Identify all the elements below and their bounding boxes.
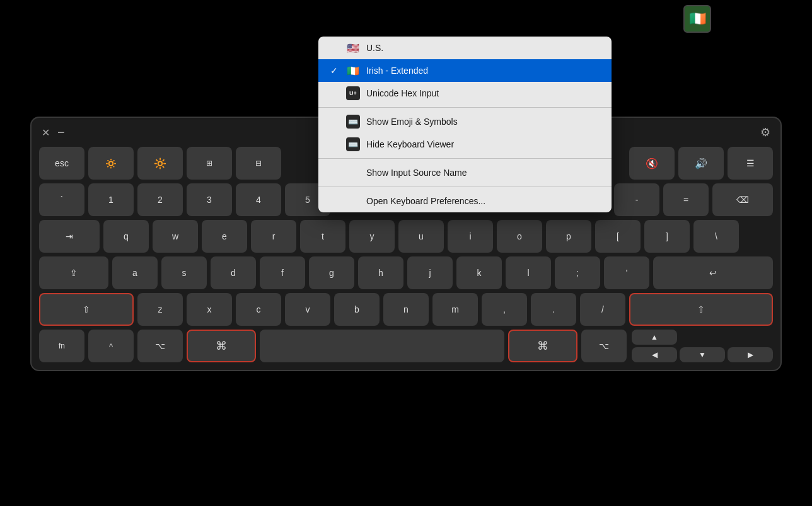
key-arrow-up[interactable]: ▲ xyxy=(632,330,677,345)
key-quote[interactable]: ' xyxy=(604,256,649,289)
key-capslock[interactable]: ⇪ xyxy=(39,256,108,289)
key-m[interactable]: m xyxy=(432,293,478,326)
key-control[interactable]: ^ xyxy=(88,330,134,362)
key-backtick[interactable]: ` xyxy=(39,183,84,216)
input-method-menu-icon[interactable]: 🇮🇪 xyxy=(683,5,711,33)
irish-flag-menu-icon: 🇮🇪 xyxy=(346,64,360,78)
emoji-checkmark xyxy=(328,117,340,127)
key-t[interactable]: t xyxy=(300,220,345,253)
key-b[interactable]: b xyxy=(334,293,380,326)
menu-item-keyboard-prefs[interactable]: Open Keyboard Preferences... xyxy=(318,190,612,212)
key-f[interactable]: f xyxy=(260,256,305,289)
irish-flag-icon: 🇮🇪 xyxy=(689,12,706,26)
keyboard-row-shift: ⇧ z x c v b n m , . / ⇧ xyxy=(39,293,773,326)
key-e[interactable]: e xyxy=(202,220,247,253)
unicode-icon: U+ xyxy=(346,86,360,100)
key-command-right[interactable]: ⌘ xyxy=(508,330,577,362)
key-command-left[interactable]: ⌘ xyxy=(187,330,256,362)
key-brightness-up[interactable]: 🔆 xyxy=(137,147,183,180)
key-option-left[interactable]: ⌥ xyxy=(137,330,183,362)
key-volume-up[interactable]: 🔊 xyxy=(678,147,724,180)
key-r[interactable]: r xyxy=(251,220,296,253)
key-l[interactable]: l xyxy=(506,256,551,289)
keyboard-gear-button[interactable]: ⚙ xyxy=(760,125,770,139)
key-esc[interactable]: esc xyxy=(39,147,84,180)
key-tab[interactable]: ⇥ xyxy=(39,220,100,253)
unicode-checkmark xyxy=(328,88,340,98)
key-arrow-right[interactable]: ▶ xyxy=(728,347,773,362)
keyboard-prefs-label: Open Keyboard Preferences... xyxy=(366,196,601,206)
key-n[interactable]: n xyxy=(383,293,429,326)
key-q[interactable]: q xyxy=(103,220,149,253)
key-close-bracket[interactable]: ] xyxy=(644,220,690,253)
key-w[interactable]: w xyxy=(153,220,198,253)
key-mission-control[interactable]: ⊞ xyxy=(187,147,232,180)
key-shift-right[interactable]: ⇧ xyxy=(629,293,773,326)
key-i[interactable]: i xyxy=(448,220,493,253)
key-semicolon[interactable]: ; xyxy=(555,256,600,289)
arrow-lr-row: ◀ ▼ ▶ xyxy=(632,347,773,362)
keyboard-close-button[interactable]: ✕ xyxy=(42,127,50,139)
key-minus[interactable]: - xyxy=(614,183,659,216)
divider-3 xyxy=(318,187,612,187)
divider-2 xyxy=(318,158,612,159)
key-equals[interactable]: = xyxy=(663,183,709,216)
irish-extended-label: Irish - Extended xyxy=(366,66,601,76)
key-1[interactable]: 1 xyxy=(88,183,134,216)
key-c[interactable]: c xyxy=(236,293,281,326)
key-arrow-left[interactable]: ◀ xyxy=(632,347,677,362)
key-h[interactable]: h xyxy=(358,256,403,289)
key-u[interactable]: u xyxy=(398,220,444,253)
us-flag-icon: 🇺🇸 xyxy=(346,41,360,55)
key-menu[interactable]: ☰ xyxy=(728,147,773,180)
key-mute[interactable]: 🔇 xyxy=(629,147,675,180)
key-s[interactable]: s xyxy=(161,256,207,289)
key-space[interactable] xyxy=(260,330,504,362)
keyboard-row-home: ⇪ a s d f g h j k l ; ' ↩ xyxy=(39,256,773,289)
menu-item-show-input-source[interactable]: Show Input Source Name xyxy=(318,161,612,184)
key-o[interactable]: o xyxy=(497,220,542,253)
key-open-bracket[interactable]: [ xyxy=(595,220,641,253)
key-p[interactable]: p xyxy=(546,220,591,253)
menu-item-unicode-hex[interactable]: U+ Unicode Hex Input xyxy=(318,82,612,105)
show-emoji-label: Show Emoji & Symbols xyxy=(366,117,601,127)
key-return[interactable]: ↩ xyxy=(653,256,773,289)
key-arrow-down[interactable]: ▼ xyxy=(680,347,725,362)
key-g[interactable]: g xyxy=(309,256,354,289)
key-a[interactable]: a xyxy=(112,256,158,289)
key-option-right[interactable]: ⌥ xyxy=(581,330,627,362)
key-y[interactable]: y xyxy=(349,220,395,253)
menu-item-hide-keyboard[interactable]: ⌨️ Hide Keyboard Viewer xyxy=(318,133,612,156)
key-slash[interactable]: / xyxy=(580,293,625,326)
keyboard-minimize-button[interactable]: − xyxy=(57,127,65,137)
menu-item-us[interactable]: 🇺🇸 U.S. xyxy=(318,37,612,59)
input-source-checkmark xyxy=(328,168,340,178)
key-shift-left[interactable]: ⇧ xyxy=(39,293,134,326)
key-2[interactable]: 2 xyxy=(137,183,183,216)
key-backslash[interactable]: \ xyxy=(693,220,739,253)
menu-item-show-emoji[interactable]: ⌨️ Show Emoji & Symbols xyxy=(318,110,612,133)
key-fn[interactable]: fn xyxy=(39,330,84,362)
keyboard-controls: ✕ − xyxy=(42,127,65,139)
key-launchpad[interactable]: ⊟ xyxy=(236,147,281,180)
kb-prefs-checkmark xyxy=(328,196,340,206)
kb-prefs-icon xyxy=(346,194,360,208)
key-d[interactable]: d xyxy=(211,256,256,289)
key-k[interactable]: k xyxy=(456,256,502,289)
key-j[interactable]: j xyxy=(407,256,453,289)
hide-keyboard-label: Hide Keyboard Viewer xyxy=(366,139,601,149)
keyboard-viewer-icon: ⌨️ xyxy=(346,137,360,151)
key-4[interactable]: 4 xyxy=(236,183,281,216)
key-3[interactable]: 3 xyxy=(187,183,232,216)
keyboard-row-qwerty: ⇥ q w e r t y u i o p [ ] \ xyxy=(39,220,773,253)
key-comma[interactable]: , xyxy=(482,293,527,326)
key-period[interactable]: . xyxy=(531,293,576,326)
irish-checkmark: ✓ xyxy=(328,66,340,76)
key-x[interactable]: x xyxy=(187,293,232,326)
emoji-symbols-icon: ⌨️ xyxy=(346,115,360,129)
key-z[interactable]: z xyxy=(137,293,183,326)
key-backspace[interactable]: ⌫ xyxy=(712,183,773,216)
key-v[interactable]: v xyxy=(285,293,330,326)
menu-item-irish-extended[interactable]: ✓ 🇮🇪 Irish - Extended xyxy=(318,59,612,82)
key-brightness-down[interactable]: 🔅 xyxy=(88,147,134,180)
